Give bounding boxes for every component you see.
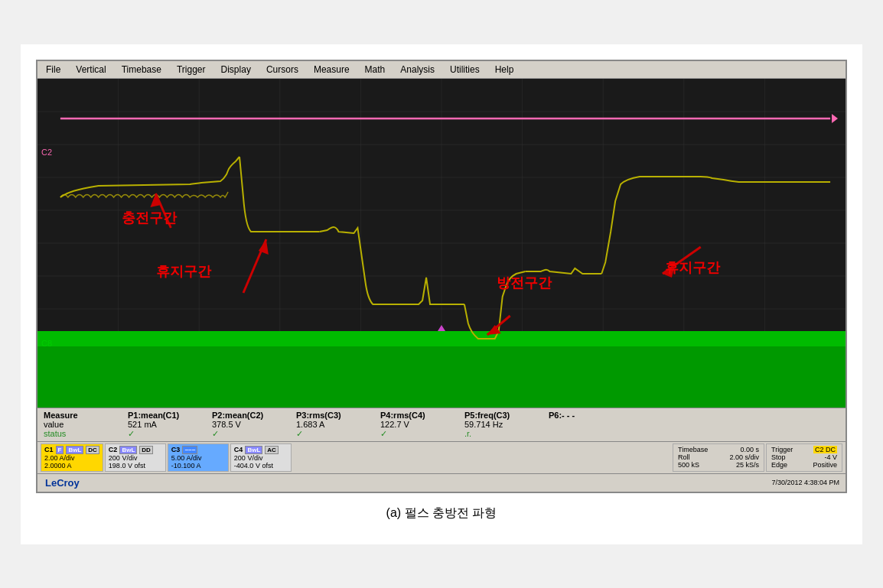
bottom-row: LeCroy 7/30/2012 4:38:04 PM <box>37 473 846 492</box>
svg-rect-19 <box>37 346 846 408</box>
channel-c3-block: C3 ~~~ 5.00 A/div -10.100 A <box>168 443 229 472</box>
outer-container: File Vertical Timebase Trigger Display C… <box>21 44 862 544</box>
measure-p1: P1:mean(C1) 521 mA ✓ <box>128 411 197 439</box>
measure-p2-status: ✓ <box>212 429 281 439</box>
measure-p3-value: 1.683 A <box>296 420 365 429</box>
measure-p2-value: 378.5 V <box>212 420 281 429</box>
measure-status-label: status <box>44 429 112 438</box>
menu-cursors[interactable]: Cursors <box>264 63 301 76</box>
trigger-stop: Stop <box>771 453 786 461</box>
measure-p4: P4:rms(C4) 122.7 V ✓ <box>380 411 449 439</box>
measure-label-col: Measure value status <box>44 411 112 439</box>
menu-analysis[interactable]: Analysis <box>398 63 437 76</box>
ch4-badge-ac: AC <box>265 446 279 454</box>
measure-p5-status: .r. <box>464 429 533 438</box>
timebase-roll-label: Roll <box>678 453 690 461</box>
menu-math[interactable]: Math <box>363 63 388 76</box>
timebase-block: Timebase 0.00 s Roll 2.00 s/div 500 kS 2… <box>673 443 764 472</box>
measure-p3: P3:rms(C3) 1.683 A ✓ <box>296 411 365 439</box>
measure-p5-value: 59.714 Hz <box>464 420 533 429</box>
measure-p6-name: P6:- - - <box>549 411 617 420</box>
channel-c4-block: C4 BwL AC 200 V/div -404.0 V ofst <box>230 443 292 472</box>
timebase-label: Timebase <box>678 446 708 453</box>
ch2-name: C2 <box>109 446 118 454</box>
annotation-charging: 충전구간 <box>122 209 177 227</box>
measure-value-label: value <box>44 420 112 429</box>
menu-bar: File Vertical Timebase Trigger Display C… <box>37 61 846 79</box>
menu-file[interactable]: File <box>44 63 63 76</box>
ch1-line1: 2.00 A/div <box>44 454 99 462</box>
measure-p4-name: P4:rms(C4) <box>380 411 449 420</box>
ch2-line2: 198.0 V ofst <box>109 462 162 469</box>
trigger-label: Trigger <box>771 446 793 453</box>
svg-text:C2: C2 <box>41 147 52 156</box>
menu-utilities[interactable]: Utilities <box>448 63 482 76</box>
measure-p2-name: P2:mean(C2) <box>212 411 281 420</box>
ch1-badge-f: F <box>56 446 64 454</box>
menu-help[interactable]: Help <box>493 63 516 76</box>
measure-p1-name: P1:mean(C1) <box>128 411 197 420</box>
ch1-badge-dc: DC <box>86 446 99 454</box>
ch2-badge-dd: DD <box>139 446 153 454</box>
channel-c1-block: C1 F BwL DC 2.00 A/div 2.0000 A <box>41 443 103 472</box>
screen-area: C2 C8 충전구간 휴지구간 방전구간 휴지구간 <box>37 79 846 408</box>
ch2-line1: 200 V/div <box>109 454 162 462</box>
ch1-badge-bwl: BwL <box>66 446 83 454</box>
timebase-offset: 0.00 s <box>740 446 759 453</box>
caption: (a) 펄스 충방전 파형 <box>386 505 497 521</box>
ch3-line2: -10.100 A <box>171 462 225 469</box>
measure-p5: P5:freq(C3) 59.714 Hz .r. <box>464 411 533 439</box>
brand-label: LeCroy <box>41 476 84 490</box>
annotation-rest2: 휴지구간 <box>665 258 720 277</box>
trigger-level: -4 V <box>824 453 837 461</box>
ch2-badge-bwl: BwL <box>119 446 137 454</box>
waveform-display: C2 C8 <box>37 79 846 408</box>
ch4-name: C4 <box>234 446 243 454</box>
trigger-slope: Positive <box>813 461 837 469</box>
measure-p3-name: P3:rms(C3) <box>296 411 365 420</box>
timebase-scale: 2.00 s/div <box>729 453 759 461</box>
ch1-name: C1 <box>44 446 54 454</box>
channel-status-bar: C1 F BwL DC 2.00 A/div 2.0000 A C2 BwL D… <box>37 441 846 473</box>
annotation-rest1: 휴지구간 <box>156 262 211 281</box>
trigger-channel: C2 DC <box>813 446 837 453</box>
ch3-line1: 5.00 A/div <box>171 454 225 462</box>
oscilloscope-display: File Vertical Timebase Trigger Display C… <box>36 60 847 493</box>
menu-measure[interactable]: Measure <box>311 63 352 76</box>
measure-p5-name: P5:freq(C3) <box>464 411 533 420</box>
trigger-block: Trigger C2 DC Stop -4 V Edge Positive <box>766 443 842 472</box>
ch4-badge-bwl: BwL <box>245 446 262 454</box>
measure-p2: P2:mean(C2) 378.5 V ✓ <box>212 411 281 439</box>
timebase-rate: 25 kS/s <box>736 461 759 469</box>
measure-p1-status: ✓ <box>128 429 197 439</box>
menu-display[interactable]: Display <box>219 63 253 76</box>
timestamp-label: 7/30/2012 4:38:04 PM <box>771 479 842 486</box>
measure-p1-value: 521 mA <box>128 420 197 429</box>
ch3-badge: ~~~ <box>182 446 197 454</box>
measure-p6: P6:- - - <box>549 411 617 439</box>
measure-p4-status: ✓ <box>380 429 449 439</box>
annotation-discharge: 방전구간 <box>497 274 552 292</box>
ch3-name: C3 <box>171 446 181 454</box>
measure-p4-value: 122.7 V <box>380 420 449 429</box>
menu-timebase[interactable]: Timebase <box>119 63 164 76</box>
ch4-line2: -404.0 V ofst <box>234 462 288 469</box>
menu-trigger[interactable]: Trigger <box>174 63 208 76</box>
measure-title: Measure <box>44 411 112 420</box>
svg-text:C8: C8 <box>41 338 52 347</box>
trigger-edge: Edge <box>771 461 787 469</box>
measure-bar: Measure value status P1:mean(C1) 521 mA … <box>37 408 846 441</box>
menu-vertical[interactable]: Vertical <box>73 63 108 76</box>
ch4-line1: 200 V/div <box>234 454 288 462</box>
ch1-line2: 2.0000 A <box>44 462 99 469</box>
measure-p3-status: ✓ <box>296 429 365 439</box>
timebase-samples: 500 kS <box>678 461 699 469</box>
channel-c2-block: C2 BwL DD 200 V/div 198.0 V ofst <box>105 443 166 472</box>
